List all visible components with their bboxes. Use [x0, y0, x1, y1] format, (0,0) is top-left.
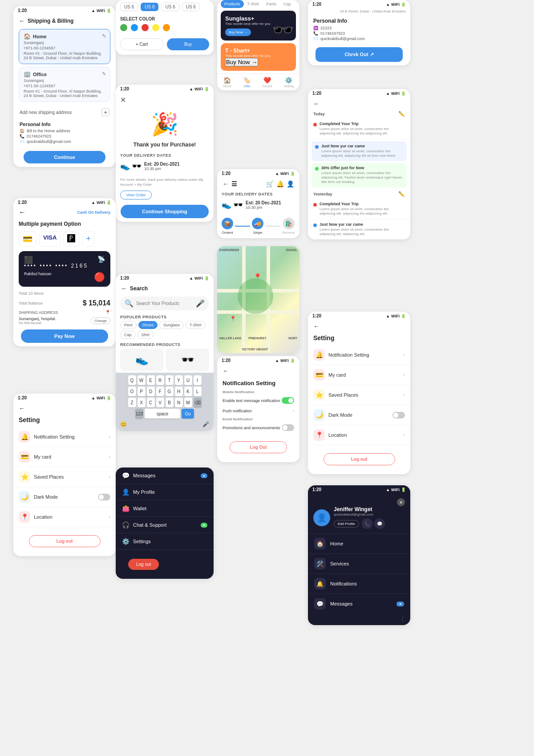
- nav-home[interactable]: 🏠Home: [223, 77, 231, 88]
- back-icon-notif[interactable]: ←: [222, 367, 229, 374]
- logout-menu-button[interactable]: Log out: [128, 559, 159, 570]
- key-x[interactable]: X: [138, 398, 146, 407]
- menu-item-settings[interactable]: ⚙️ Settings: [116, 533, 214, 550]
- setting-right-row-location[interactable]: 📍 Location ›: [308, 425, 410, 445]
- size-us6-1[interactable]: US 6: [120, 3, 138, 11]
- key-t[interactable]: T: [166, 375, 174, 385]
- back-icon-payment[interactable]: ←: [19, 208, 26, 216]
- size-us6-3[interactable]: US 6: [161, 3, 179, 11]
- pay-now-button[interactable]: Pay Now: [21, 329, 108, 343]
- key-b[interactable]: B: [166, 398, 174, 407]
- nav-favorit[interactable]: ❤️Favorit: [263, 77, 272, 88]
- menu-icon-dp[interactable]: ☰: [231, 180, 237, 187]
- office-address-block[interactable]: 🏢 Office Sunamganj +971-50-1234567 Room …: [19, 67, 110, 102]
- key-l[interactable]: L: [194, 386, 202, 396]
- color-orange[interactable]: [163, 24, 170, 31]
- key-p[interactable]: P: [138, 386, 146, 396]
- yesterday-options-icon[interactable]: ✏️: [398, 191, 405, 197]
- view-order-button[interactable]: View Order: [120, 191, 152, 199]
- visa-icon[interactable]: VISA: [39, 232, 61, 247]
- paypal-icon[interactable]: 🅿: [63, 232, 79, 247]
- key-r[interactable]: R: [156, 375, 164, 385]
- key-q[interactable]: Q: [128, 375, 136, 385]
- menu-item-chat-support[interactable]: 🎧 Chat & Support ●: [116, 517, 214, 533]
- key-y[interactable]: Y: [175, 375, 183, 385]
- back-icon-setting-left[interactable]: ←: [19, 405, 25, 412]
- nav-offer[interactable]: 🏷️Offer: [243, 77, 251, 88]
- action-icon-1[interactable]: 📞: [362, 518, 372, 529]
- log-out-button-setting-right[interactable]: Log out: [324, 453, 395, 465]
- action-icon-2[interactable]: 💬: [374, 518, 385, 529]
- key-123[interactable]: 123: [135, 409, 143, 419]
- menu-item-myprofile[interactable]: 👤 My Profile: [116, 484, 214, 500]
- tag-cap[interactable]: Cap: [120, 331, 136, 339]
- bell-icon-dp[interactable]: 🔔: [276, 180, 284, 187]
- buy-button[interactable]: Buy: [167, 38, 209, 50]
- close-profile-button[interactable]: ✕: [397, 498, 405, 506]
- darkmode-toggle[interactable]: [98, 494, 110, 500]
- key-n[interactable]: N: [175, 398, 183, 407]
- home-edit-icon[interactable]: ✎: [102, 33, 106, 39]
- key-g[interactable]: G: [166, 386, 174, 396]
- dark-menu-home[interactable]: 🏠 Home: [308, 533, 410, 553]
- key-d[interactable]: D: [147, 386, 155, 396]
- key-m[interactable]: M: [184, 398, 192, 407]
- promotions-toggle[interactable]: [282, 424, 294, 431]
- continue-button[interactable]: Continue: [24, 151, 105, 163]
- key-u[interactable]: U: [184, 375, 192, 385]
- key-i[interactable]: I: [194, 375, 202, 385]
- setting-right-row-savedplaces[interactable]: ⭐ Saved Places ›: [308, 385, 410, 405]
- menu-item-messages[interactable]: 💬 Messages ●: [116, 467, 214, 484]
- key-w[interactable]: W: [138, 375, 146, 385]
- color-yellow[interactable]: [152, 24, 159, 31]
- setting-row-mycard[interactable]: 💳 My card ›: [13, 447, 116, 467]
- key-c[interactable]: C: [147, 398, 155, 407]
- key-v[interactable]: V: [156, 398, 164, 407]
- key-e[interactable]: E: [147, 375, 155, 385]
- dark-menu-notifications[interactable]: 🔔 Notifications: [308, 573, 410, 593]
- mic-key-icon[interactable]: 🎤: [202, 421, 209, 427]
- add-payment-button[interactable]: +: [82, 232, 95, 247]
- emoji-smile-icon[interactable]: 😊: [120, 421, 127, 427]
- tag-shirt[interactable]: Shirt: [138, 331, 154, 339]
- cart-icon-dp[interactable]: 🛒: [266, 180, 274, 187]
- tab-products[interactable]: Products: [221, 0, 244, 8]
- edit-profile-button[interactable]: Edit Profile: [334, 520, 359, 528]
- key-z[interactable]: Z: [128, 398, 136, 407]
- key-k[interactable]: K: [184, 386, 192, 396]
- tag-pent[interactable]: Pent: [120, 321, 137, 329]
- key-h[interactable]: H: [175, 386, 183, 396]
- back-icon[interactable]: ←: [19, 17, 25, 24]
- cart-button[interactable]: + Cart: [120, 38, 163, 50]
- key-go[interactable]: Go: [182, 409, 194, 419]
- back-icon-setting-right[interactable]: ←: [313, 323, 320, 330]
- setting-row-savedplaces[interactable]: ⭐ Saved Places ›: [13, 467, 116, 487]
- close-button[interactable]: ✕: [116, 93, 214, 107]
- banner1-buy-button[interactable]: Buy Now →: [225, 28, 251, 36]
- setting-row-location[interactable]: 📍 Location ›: [13, 507, 116, 527]
- tag-sunglass[interactable]: Sunglass: [159, 321, 184, 329]
- menu-item-wallet[interactable]: 👛 Wallet: [116, 500, 214, 517]
- back-icon-notif-feed[interactable]: ←: [313, 100, 320, 107]
- setting-right-row-mycard[interactable]: 💳 My card ›: [308, 365, 410, 385]
- enable-text-toggle[interactable]: [282, 397, 294, 404]
- mastercard-icon[interactable]: 💳: [19, 232, 36, 247]
- size-us6-2[interactable]: US 6: [141, 3, 158, 11]
- rec-item-1[interactable]: 👟: [120, 349, 163, 371]
- color-green[interactable]: [120, 24, 127, 31]
- change-button[interactable]: Change: [91, 317, 110, 324]
- continue-shopping-button[interactable]: Continue Shopping: [121, 205, 209, 218]
- banner2-buy-button[interactable]: Buy Now →: [225, 58, 258, 66]
- log-out-button-notif[interactable]: Log Out: [230, 441, 287, 453]
- tag-shoes[interactable]: Shoes: [138, 321, 158, 329]
- back-icon-search[interactable]: ←: [121, 285, 127, 292]
- color-red[interactable]: [142, 24, 149, 31]
- mic-icon[interactable]: 🎤: [196, 299, 205, 308]
- size-us6-4[interactable]: US 6: [182, 3, 200, 11]
- add-address-button[interactable]: +: [101, 108, 109, 116]
- setting-row-notification[interactable]: 🔔 Notification Setting ›: [13, 427, 116, 447]
- chrvk-out-button[interactable]: Chrvk Out ↗: [316, 47, 403, 62]
- key-f[interactable]: F: [156, 386, 164, 396]
- tab-cap[interactable]: Cap: [280, 0, 295, 8]
- key-backspace[interactable]: ⌫: [194, 398, 202, 407]
